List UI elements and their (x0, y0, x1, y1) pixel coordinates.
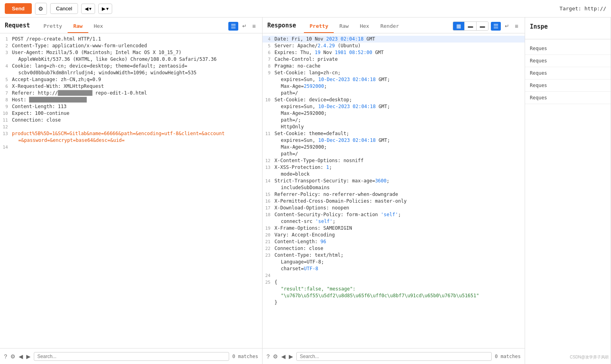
response-line: "\u767b\u5f55\u5df2\u8d85\u65f6\uff0c\u8… (263, 292, 525, 299)
tab-response-raw[interactable]: Raw (334, 21, 354, 33)
inspect-panel-header: Inspe (525, 17, 611, 39)
response-line: "result":false, "message": (263, 286, 525, 292)
response-line: charset=UTF-8 (263, 265, 525, 272)
response-line: 10Set-Cookie: device=desktop; (263, 97, 525, 103)
response-line: Max-Age=2592000; (263, 144, 525, 151)
request-line: AppleWebKit/537.36 (KHTML, like Gecko) C… (0, 56, 262, 63)
response-line: 19X-Frame-Options: SAMEORIGIN (263, 225, 525, 232)
request-line: 9Content-Length: 113 (0, 103, 262, 110)
request-line: 3User-Agent: Mozilla/5.0 (Macintosh; Int… (0, 49, 262, 56)
response-code-area[interactable]: 4Date: Fri, 10 Nov 2023 02:04:18 GMT5Ser… (263, 33, 525, 348)
response-list-view-button[interactable]: ☰ (491, 22, 501, 31)
request-search-forward-button[interactable]: ▶ (26, 353, 31, 360)
toolbar: Send ⚙ Cancel ◀ ▾ ▶ ▾ Target: http:// (0, 0, 611, 17)
tab-request-raw[interactable]: Raw (68, 21, 88, 33)
request-menu-button[interactable]: ≡ (251, 22, 257, 30)
request-search-input[interactable] (34, 352, 229, 361)
gear-button[interactable]: ⚙ (35, 3, 47, 15)
request-wrap-button[interactable]: ↵ (241, 22, 248, 30)
response-help-icon[interactable]: ? (267, 353, 270, 360)
response-line: 7Cache-Control: private (263, 56, 525, 63)
response-line: 23Content-Type: text/html; (263, 252, 525, 259)
inspect-item-4[interactable]: Reques (525, 92, 611, 104)
response-view-btn-3[interactable]: ▬ (477, 22, 488, 30)
response-line: path=/ (263, 151, 525, 157)
request-line: 1POST /repo-create.html HTTP/1.1 (0, 36, 262, 43)
watermark: CSDN@攻学弄子风听 (570, 354, 609, 360)
request-matches-label: 0 matches (232, 354, 258, 359)
response-tab-tools: ▦ ▬ ▬ ☰ ↵ ≡ (453, 21, 520, 32)
tab-request-hex[interactable]: Hex (88, 21, 109, 33)
response-panel-header: Response Pretty Raw Hex Render ▦ ▬ ▬ ☰ ↵… (263, 17, 525, 33)
response-line: 6Expires: Thu, 19 Nov 1981 08:52:00 GMT (263, 49, 525, 56)
request-tabs: Pretty Raw Hex (38, 21, 109, 33)
cancel-button[interactable]: Cancel (50, 3, 78, 14)
response-line: 4Date: Fri, 10 Nov 2023 02:04:18 GMT (263, 36, 525, 43)
response-search-back-button[interactable]: ◀ (281, 353, 286, 360)
send-button[interactable]: Send (5, 3, 32, 14)
response-line: 13X-XSS-Protection: 1; (263, 164, 525, 171)
response-line: Max-Age=2592000; (263, 83, 525, 90)
request-panel: Request Pretty Raw Hex ☰ ↵ ≡ 1POST /repo… (0, 17, 263, 364)
tab-request-pretty[interactable]: Pretty (38, 21, 68, 33)
arrow-down2-icon: ▾ (106, 6, 109, 12)
inspect-item-1[interactable]: Reques (525, 55, 611, 67)
request-line: 5Accept-Language: zh-CN,zh;q=0.9 (0, 76, 262, 83)
response-line: expires=Sun, 10-Dec-2023 02:04:18 GMT; (263, 137, 525, 144)
arrow-left-icon: ◀ (85, 6, 88, 12)
inspect-item-2[interactable]: Reques (525, 67, 611, 79)
request-line: 4Cookie: lang=zh-cn; device=desktop; the… (0, 63, 262, 70)
response-line: 12X-Content-Type-Options: nosniff (263, 157, 525, 164)
response-search-bar: ? ⚙ ◀ ▶ 0 matches (263, 348, 525, 364)
response-view-btn-1[interactable]: ▦ (453, 22, 465, 30)
request-line: =&password=&encrypt=base64&desc=&uid= (0, 137, 262, 144)
request-list-view-button[interactable]: ☰ (228, 22, 238, 31)
response-wrap-button[interactable]: ↵ (503, 22, 511, 30)
request-line: 2Content-Type: application/x-www-form-ur… (0, 43, 262, 49)
response-line: expires=Sun, 10-Dec-2023 02:04:18 GMT; (263, 103, 525, 110)
response-search-settings-icon[interactable]: ⚙ (273, 353, 278, 360)
response-panel: Response Pretty Raw Hex Render ▦ ▬ ▬ ☰ ↵… (263, 17, 525, 364)
request-line: 7Referer: http://████████████ repo-edit-… (0, 90, 262, 97)
request-code-area[interactable]: 1POST /repo-create.html HTTP/1.12Content… (0, 33, 262, 348)
request-search-settings-icon[interactable]: ⚙ (10, 353, 16, 360)
response-view-btn-2[interactable]: ▬ (465, 22, 477, 30)
response-line: 18Content-Security-Policy: form-action '… (263, 211, 525, 218)
request-line: 8Host: ████████████████████ (0, 97, 262, 103)
request-line: 10Expect: 100-continue (0, 110, 262, 117)
response-line: path=/; (263, 117, 525, 124)
request-search-back-button[interactable]: ◀ (19, 353, 23, 360)
response-view-toggle: ▦ ▬ ▬ (453, 21, 488, 31)
nav-prev-button[interactable]: ◀ ▾ (81, 4, 95, 14)
response-line: 14Strict-Transport-Security: max-age=360… (263, 178, 525, 184)
request-help-icon[interactable]: ? (4, 353, 7, 360)
nav-next-button[interactable]: ▶ ▾ (98, 4, 112, 14)
response-search-input[interactable] (296, 352, 492, 361)
response-line: 25{ (263, 279, 525, 286)
response-line: expires=Sun, 10-Dec-2023 02:04:18 GMT; (263, 76, 525, 83)
tab-response-hex[interactable]: Hex (354, 21, 375, 33)
response-line: 21Content-Length: 96 (263, 238, 525, 245)
request-search-bar: ? ⚙ ◀ ▶ 0 matches (0, 348, 262, 364)
response-line: 16X-Permitted-Cross-Domain-Policies: mas… (263, 198, 525, 205)
gear-icon: ⚙ (38, 6, 43, 12)
request-line: 12 (0, 124, 262, 130)
arrow-right-icon: ▶ (102, 6, 105, 12)
inspect-items-list: Reques Reques Reques Reques Reques (525, 39, 611, 107)
response-search-forward-button[interactable]: ▶ (289, 353, 293, 360)
request-line: 13product%5B%5D=1&SCM=Gitlab&name=66666&… (0, 130, 262, 137)
tab-response-pretty[interactable]: Pretty (304, 21, 334, 33)
inspect-panel: Inspe Reques Reques Reques Reques Reques… (525, 17, 611, 364)
response-line: 17X-Download-Options: noopen (263, 205, 525, 211)
response-menu-button[interactable]: ≡ (513, 22, 520, 30)
response-line: 5Server: Apache/2.4.29 (Ubuntu) (263, 43, 525, 49)
tab-response-render[interactable]: Render (375, 21, 405, 33)
inspect-item-0[interactable]: Reques (525, 43, 611, 55)
response-line: connect-src 'self'; (263, 218, 525, 225)
request-line: 6X-Requested-With: XMLHttpRequest (0, 83, 262, 90)
request-panel-header: Request Pretty Raw Hex ☰ ↵ ≡ (0, 17, 262, 33)
response-line: HttpOnly (263, 124, 525, 130)
inspect-title: Inspe (530, 23, 548, 33)
response-line: 15Referrer-Policy: no-referrer-when-down… (263, 191, 525, 198)
inspect-item-3[interactable]: Reques (525, 79, 611, 92)
